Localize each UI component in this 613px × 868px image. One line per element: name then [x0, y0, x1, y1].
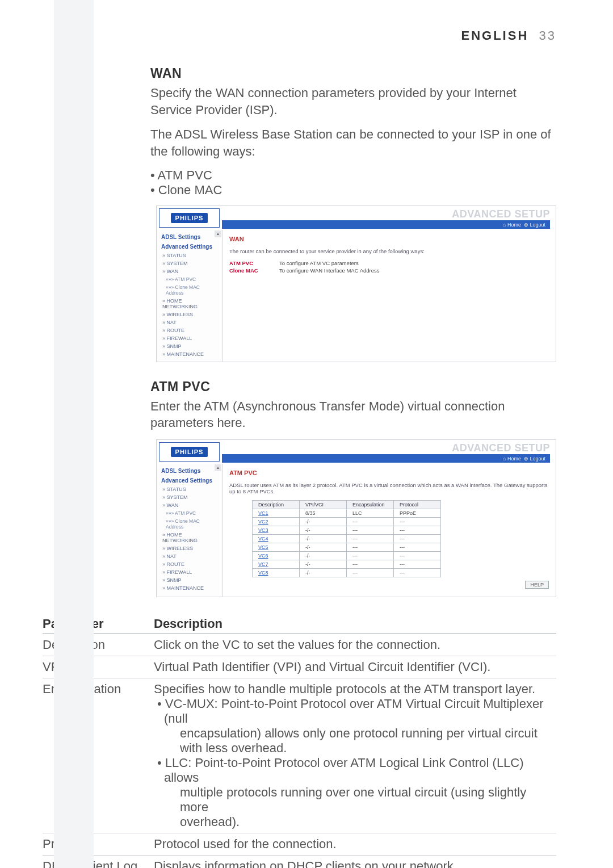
router-screenshot-atm: PHILIPS ADVANCED SETUP ⌂ Home ⊕ Logout ▴…	[156, 439, 556, 597]
logout-link[interactable]: ⊕ Logout	[524, 456, 545, 462]
nav-item-maintenance[interactable]: » MAINTENANCE	[157, 584, 222, 592]
vc-link[interactable]: VC6	[258, 553, 268, 559]
logo-cell: PHILIPS	[159, 442, 220, 462]
page-header: ENGLISH 33	[150, 28, 556, 43]
nav-item-clone-mac[interactable]: »»» Clone MAC Address	[157, 283, 222, 297]
nav-heading-adsl[interactable]: ADSL Settings	[157, 232, 222, 242]
nav-item-system[interactable]: » SYSTEM	[157, 259, 222, 267]
nav-item-home-networking[interactable]: » HOME NETWORKING	[157, 531, 222, 544]
pvc-table: Description VPI/VCI Encapsulation Protoc…	[252, 500, 441, 577]
wan-bullet-1: ATM PVC	[150, 168, 556, 183]
home-link[interactable]: ⌂ Home	[503, 456, 521, 462]
nav-item-wireless[interactable]: » WIRELESS	[157, 544, 222, 552]
content-heading: ATM PVC	[229, 469, 549, 476]
nav-item-nat[interactable]: » NAT	[157, 552, 222, 560]
content-intro-line: ADSL router uses ATM as its layer 2 prot…	[229, 482, 549, 494]
table-row: VC6-/-------	[253, 552, 441, 560]
top-link-strip: ⌂ Home ⊕ Logout	[222, 220, 550, 229]
home-link[interactable]: ⌂ Home	[503, 222, 521, 228]
col-description: Description	[253, 501, 300, 509]
param-desc: Protocol used for the connection.	[154, 833, 556, 856]
nav-item-atm-pvc[interactable]: »»» ATM PVC	[157, 275, 222, 283]
nav-item-firewall[interactable]: » FIREWALL	[157, 568, 222, 576]
parameter-table: Parameter Description Description Click …	[43, 614, 556, 868]
nav-item-atm-pvc[interactable]: »»» ATM PVC	[157, 509, 222, 517]
option-key-clone[interactable]: Clone MAC	[229, 267, 266, 274]
nav-item-nat[interactable]: » NAT	[157, 318, 222, 326]
nav-item-status[interactable]: » STATUS	[157, 485, 222, 493]
nav-item-snmp[interactable]: » SNMP	[157, 576, 222, 584]
wan-paragraph-1: Specify the WAN connection parameters pr…	[150, 85, 556, 118]
top-link-strip: ⌂ Home ⊕ Logout	[222, 454, 550, 463]
nav-heading-advanced[interactable]: Advanced Settings	[157, 476, 222, 485]
wan-bullet-list: ATM PVC Clone MAC	[150, 168, 556, 198]
vc-link[interactable]: VC3	[258, 527, 268, 533]
logout-link[interactable]: ⊕ Logout	[524, 222, 545, 228]
nav-item-clone-mac[interactable]: »»» Clone MAC Address	[157, 517, 222, 531]
content-pane-wan: WAN The router can be connected to your …	[222, 230, 556, 362]
section-title-wan: WAN	[150, 66, 556, 81]
table-row: VC2-/-------	[253, 518, 441, 526]
section-title-atm: ATM PVC	[150, 379, 556, 395]
logo-cell: PHILIPS	[159, 208, 220, 228]
vc-link[interactable]: VC1	[258, 510, 268, 516]
atm-paragraph-1: Enter the ATM (Asynchronous Transfer Mod…	[150, 398, 556, 431]
nav-item-wireless[interactable]: » WIRELESS	[157, 311, 222, 318]
philips-logo: PHILIPS	[171, 447, 208, 457]
manual-page: ENGLISH 33 WAN Specify the WAN connectio…	[0, 0, 613, 868]
param-desc: Specifies how to handle multiple protoco…	[154, 678, 556, 833]
vc-link[interactable]: VC7	[258, 561, 268, 567]
param-desc: Click on the VC to set the values for th…	[154, 634, 556, 656]
advanced-setup-title: ADVANCED SETUP	[222, 442, 550, 454]
nav-heading-adsl[interactable]: ADSL Settings	[157, 466, 222, 476]
nav-item-wan[interactable]: » WAN	[157, 501, 222, 509]
nav-item-snmp[interactable]: » SNMP	[157, 342, 222, 350]
table-row: VC5-/-------	[253, 543, 441, 552]
content-pane-atm: ATM PVC ADSL router uses ATM as its laye…	[222, 464, 556, 597]
content-heading: WAN	[229, 236, 549, 242]
router-screenshot-wan: PHILIPS ADVANCED SETUP ⌂ Home ⊕ Logout ▴…	[156, 206, 556, 362]
table-header-row: Description VPI/VCI Encapsulation Protoc…	[253, 501, 441, 509]
col-protocol: Protocol	[394, 501, 441, 509]
nav-item-wan[interactable]: » WAN	[157, 267, 222, 275]
option-val-clone: To configure WAN Interface MAC Address	[279, 267, 380, 274]
scroll-up-icon[interactable]: ▴	[215, 230, 221, 237]
table-row: VC3-/-------	[253, 526, 441, 535]
table-row: VC4-/-------	[253, 535, 441, 543]
advanced-setup-title: ADVANCED SETUP	[222, 208, 550, 220]
nav-item-system[interactable]: » SYSTEM	[157, 493, 222, 501]
vc-link[interactable]: VC2	[258, 519, 268, 525]
param-header-description: Description	[154, 614, 556, 634]
vc-link[interactable]: VC4	[258, 536, 268, 542]
header-page-number: 33	[539, 28, 556, 43]
nav-item-status[interactable]: » STATUS	[157, 251, 222, 259]
nav-item-maintenance[interactable]: » MAINTENANCE	[157, 350, 222, 358]
wan-bullet-2: Clone MAC	[150, 183, 556, 198]
philips-logo: PHILIPS	[171, 213, 208, 223]
table-row: VC8-/-------	[253, 569, 441, 577]
nav-item-route[interactable]: » ROUTE	[157, 560, 222, 568]
option-row-atm: ATM PVC To configure ATM VC parameters	[229, 260, 549, 266]
nav-item-home-networking[interactable]: » HOME NETWORKING	[157, 297, 222, 311]
col-vpi-vci: VPI/VCI	[300, 501, 347, 509]
param-desc: Displays information on DHCP clients on …	[154, 856, 556, 868]
header-language: ENGLISH	[461, 28, 528, 43]
option-key-atm[interactable]: ATM PVC	[229, 260, 266, 266]
param-desc: Virtual Path Identifier (VPI) and Virtua…	[154, 656, 556, 678]
option-row-clone: Clone MAC To configure WAN Interface MAC…	[229, 267, 549, 274]
sidebar-nav: ▴ ADSL Settings Advanced Settings » STAT…	[157, 464, 222, 597]
wan-paragraph-2: The ADSL Wireless Base Station can be co…	[150, 126, 556, 160]
side-margin-bar	[54, 0, 94, 868]
nav-item-route[interactable]: » ROUTE	[157, 326, 222, 334]
vc-link[interactable]: VC5	[258, 544, 268, 550]
table-row: VC7-/-------	[253, 560, 441, 569]
sidebar-nav: ▴ ADSL Settings Advanced Settings » STAT…	[157, 230, 222, 362]
help-button[interactable]: HELP	[525, 581, 549, 589]
nav-heading-advanced[interactable]: Advanced Settings	[157, 242, 222, 251]
nav-item-firewall[interactable]: » FIREWALL	[157, 334, 222, 342]
col-encapsulation: Encapsulation	[347, 501, 394, 509]
content-intro-line: The router can be connected to your serv…	[229, 248, 549, 254]
vc-link[interactable]: VC8	[258, 570, 268, 576]
option-val-atm: To configure ATM VC parameters	[279, 260, 359, 266]
scroll-up-icon[interactable]: ▴	[215, 464, 221, 471]
